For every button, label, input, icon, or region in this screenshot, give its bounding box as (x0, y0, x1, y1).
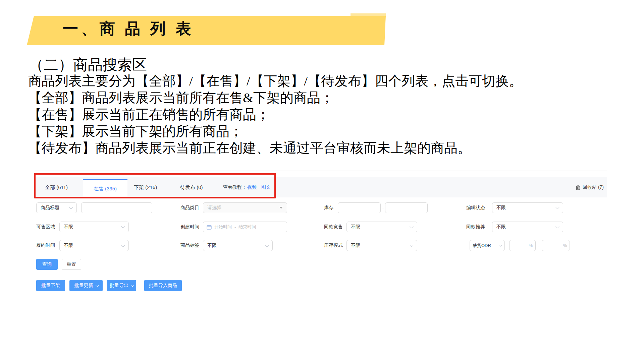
tag-select[interactable]: 不限 (203, 240, 273, 251)
tab-onsale-label: 在售 (395) (94, 186, 117, 192)
range-dash: - (381, 202, 385, 213)
reset-button-label: 重置 (67, 261, 76, 267)
fulfill-time-select[interactable]: 不限 (59, 240, 129, 251)
batch-offline-label: 批量下架 (41, 283, 60, 289)
chevron-down-icon (131, 284, 134, 287)
compete-select[interactable]: 不限 (346, 222, 417, 232)
batch-export-label: 批量导出 (110, 283, 128, 289)
category-placeholder: 请选择 (207, 205, 221, 211)
tutorial-links: 查看教程： 视频 图文 (223, 177, 271, 197)
title-search-input[interactable] (81, 202, 152, 213)
tutorial-video-link[interactable]: 视频 (247, 184, 257, 190)
create-time-range-picker[interactable]: 开始时间 - 结束时间 (203, 222, 287, 232)
section-title: 一、商 品 列 表 (63, 18, 365, 39)
calendar-icon (207, 225, 212, 230)
tutorial-article-link[interactable]: 图文 (261, 184, 271, 190)
chevron-down-icon (265, 243, 269, 247)
tag-value: 不限 (207, 243, 217, 249)
recommend-select[interactable]: 不限 (492, 222, 563, 232)
region-select[interactable]: 不限 (59, 222, 129, 232)
chevron-down-icon (410, 243, 413, 247)
chevron-down-icon (121, 225, 125, 228)
category-select[interactable]: 请选择 (203, 202, 287, 213)
stock-mode-value: 不限 (351, 243, 360, 249)
batch-export-button[interactable]: 批量导出 (107, 280, 136, 291)
edit-status-value: 不限 (496, 205, 506, 211)
chevron-down-icon (499, 244, 502, 246)
doc-paragraph: 商品列表主要分为【全部】/【在售】/【下架】/【待发布】四个列表，点击可切换。 … (28, 73, 531, 157)
batch-update-label: 批量更新 (74, 283, 93, 289)
region-label: 可售区域 (36, 222, 55, 232)
batch-import-button[interactable]: 批量导入商品 (144, 280, 182, 291)
tab-onsale[interactable]: 在售 (395) (83, 179, 127, 197)
title-field-select[interactable]: 商品标题 (36, 202, 77, 213)
fulfill-time-value: 不限 (64, 243, 73, 249)
chevron-down-icon (69, 205, 73, 209)
compete-label: 同款竞售 (324, 222, 343, 232)
category-label: 商品类目 (180, 202, 199, 213)
tutorial-label: 查看教程： (223, 184, 247, 190)
doc-line: 【在售】展示当前正在销售的所有商品； (28, 106, 531, 123)
recommend-label: 同款推荐 (466, 222, 485, 232)
doc-line: 商品列表主要分为【全部】/【在售】/【下架】/【待发布】四个列表，点击可切换。 (28, 73, 531, 89)
edit-status-label: 编辑状态 (466, 202, 485, 213)
create-time-label: 创建时间 (180, 222, 199, 232)
tab-bar: 全部 (611) 在售 (395) 下架 (216) 待发布 (0) 查看教程：… (35, 177, 607, 197)
recycle-bin-label: 回收站 (7) (583, 184, 604, 190)
start-time-placeholder: 开始时间 (214, 224, 232, 230)
compete-value: 不限 (351, 224, 360, 230)
stock-mode-label: 库存模式 (324, 240, 343, 251)
fulfill-time-label: 履约时间 (36, 240, 55, 251)
date-range-dash: - (234, 225, 236, 230)
batch-import-label: 批量导入商品 (149, 283, 177, 289)
region-value: 不限 (64, 224, 73, 230)
trash-icon (576, 185, 581, 190)
tag-label: 商品标签 (180, 240, 199, 251)
title-field-select-value: 商品标题 (41, 205, 59, 211)
query-button-label: 查询 (42, 261, 52, 267)
odr-type-value: 缺货ODR (473, 243, 491, 249)
odr-type-select[interactable]: 缺货ODR (470, 240, 505, 251)
chevron-down-icon (410, 225, 413, 228)
chevron-down-icon (121, 243, 125, 247)
batch-offline-button[interactable]: 批量下架 (36, 280, 65, 291)
odr-min-input[interactable]: % (509, 240, 536, 251)
stock-label: 库存 (324, 202, 333, 213)
doc-line: 【全部】商品列表展示当前所有在售&下架的商品； (28, 89, 531, 106)
reset-button[interactable]: 重置 (62, 259, 81, 270)
end-time-placeholder: 结束时间 (238, 224, 256, 230)
recycle-bin-button[interactable]: 回收站 (7) (576, 177, 604, 197)
doc-line: 【下架】展示当前下架的所有商品； (28, 123, 531, 140)
batch-update-button[interactable]: 批量更新 (69, 280, 103, 291)
stock-mode-select[interactable]: 不限 (346, 240, 417, 251)
edit-status-select[interactable]: 不限 (492, 202, 563, 213)
range-dash: - (536, 240, 541, 251)
stock-min-input[interactable] (338, 202, 381, 213)
doc-subheading: （二）商品搜索区 (29, 55, 147, 75)
recommend-value: 不限 (496, 224, 506, 230)
chevron-down-icon (95, 284, 99, 287)
percent-suffix: % (563, 243, 567, 248)
percent-suffix: % (529, 243, 533, 248)
tab-unpublished[interactable]: 待发布 (0) (180, 177, 203, 197)
chevron-down-icon (555, 225, 559, 228)
triangle-down-icon (279, 207, 283, 209)
tab-offshelf[interactable]: 下架 (216) (134, 177, 157, 197)
chevron-down-icon (555, 205, 559, 209)
doc-line: 【待发布】商品列表展示当前正在创建、未通过平台审核而未上架的商品。 (28, 140, 531, 157)
odr-max-input[interactable]: % (542, 240, 570, 251)
query-button[interactable]: 查询 (36, 259, 58, 270)
stock-max-input[interactable] (385, 202, 428, 213)
tab-all[interactable]: 全部 (611) (45, 177, 68, 197)
